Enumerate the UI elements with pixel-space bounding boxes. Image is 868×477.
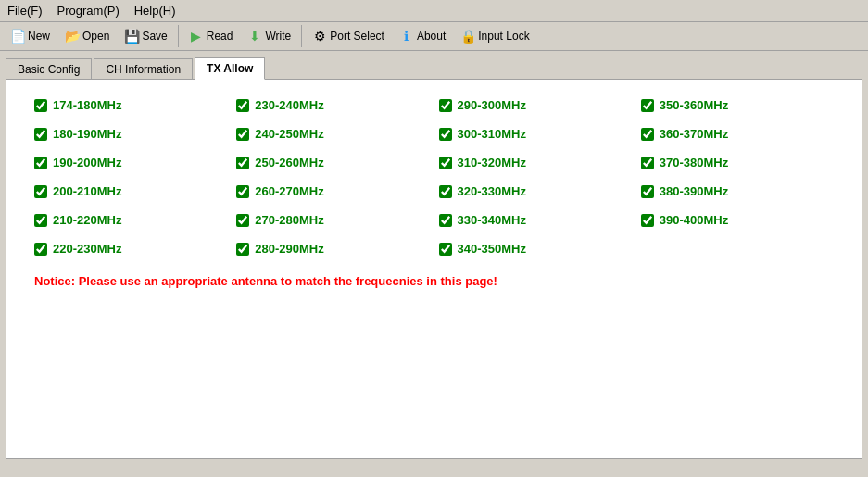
- tab-ch-information[interactable]: CH Information: [94, 58, 193, 80]
- freq-checkbox-item[interactable]: 180-190MHz: [34, 127, 227, 141]
- freq-checkbox-item[interactable]: 230-240MHz: [236, 98, 429, 112]
- freq-checkbox-item[interactable]: 210-220MHz: [34, 213, 227, 227]
- freq-checkbox[interactable]: [236, 185, 249, 198]
- freq-checkbox[interactable]: [439, 157, 452, 169]
- input-lock-button[interactable]: 🔒 Input Lock: [454, 25, 535, 47]
- menu-file[interactable]: File(F): [0, 2, 50, 19]
- save-icon: 💾: [124, 29, 139, 44]
- freq-checkbox-item[interactable]: 320-330MHz: [439, 184, 632, 198]
- freq-checkbox-item[interactable]: 350-360MHz: [641, 98, 834, 112]
- freq-checkbox-item[interactable]: 330-340MHz: [439, 213, 632, 227]
- freq-label: 210-220MHz: [53, 213, 121, 227]
- freq-label: 360-370MHz: [660, 127, 728, 141]
- freq-checkbox-item[interactable]: 310-320MHz: [439, 156, 632, 169]
- freq-checkbox[interactable]: [641, 214, 654, 227]
- write-button[interactable]: ⬇ Write: [241, 25, 297, 47]
- freq-checkbox[interactable]: [439, 214, 452, 227]
- freq-label: 310-320MHz: [458, 156, 526, 169]
- freq-checkbox[interactable]: [236, 99, 249, 112]
- new-button[interactable]: 📄 New: [4, 25, 57, 47]
- tab-basic-config[interactable]: Basic Config: [6, 58, 92, 80]
- read-icon: ▶: [189, 29, 204, 44]
- freq-checkbox-item[interactable]: 360-370MHz: [641, 127, 834, 141]
- freq-checkbox-item[interactable]: 200-210MHz: [34, 184, 227, 198]
- port-select-icon: ⚙: [312, 29, 327, 44]
- save-button[interactable]: 💾 Save: [118, 25, 173, 47]
- main-content: Basic Config CH Information TX Allow 174…: [0, 51, 868, 469]
- freq-checkbox-item[interactable]: 270-280MHz: [236, 213, 429, 227]
- about-label: About: [417, 30, 446, 43]
- freq-checkbox[interactable]: [34, 99, 47, 112]
- freq-checkbox-item[interactable]: 370-380MHz: [641, 156, 834, 169]
- freq-label: 200-210MHz: [53, 184, 121, 198]
- freq-checkbox-item[interactable]: 250-260MHz: [236, 156, 429, 169]
- freq-checkbox-item[interactable]: 174-180MHz: [34, 98, 227, 112]
- freq-label: 300-310MHz: [458, 127, 526, 141]
- frequency-grid: 174-180MHz230-240MHz290-300MHz350-360MHz…: [34, 98, 834, 256]
- freq-label: 340-350MHz: [458, 242, 526, 256]
- freq-checkbox[interactable]: [641, 128, 654, 141]
- freq-checkbox[interactable]: [439, 128, 452, 141]
- freq-checkbox-item[interactable]: 340-350MHz: [439, 242, 632, 256]
- freq-checkbox[interactable]: [236, 243, 249, 256]
- freq-checkbox-item[interactable]: 290-300MHz: [439, 98, 632, 112]
- freq-label: 270-280MHz: [255, 213, 323, 227]
- menu-bar: File(F) Program(P) Help(H): [0, 0, 868, 22]
- freq-checkbox[interactable]: [439, 99, 452, 112]
- freq-label: 280-290MHz: [255, 242, 323, 256]
- freq-checkbox-item[interactable]: 280-290MHz: [236, 242, 429, 256]
- new-label: New: [28, 30, 50, 43]
- freq-label: 180-190MHz: [53, 127, 121, 141]
- freq-label: 230-240MHz: [255, 98, 323, 112]
- freq-checkbox[interactable]: [34, 185, 47, 198]
- toolbar-sep-1: [178, 25, 179, 47]
- tab-tx-allow[interactable]: TX Allow: [195, 57, 265, 80]
- save-label: Save: [142, 30, 167, 43]
- new-icon: 📄: [10, 29, 25, 44]
- write-label: Write: [265, 30, 291, 43]
- freq-label: 250-260MHz: [255, 156, 323, 169]
- open-button[interactable]: 📂 Open: [58, 25, 116, 47]
- port-select-button[interactable]: ⚙ Port Select: [306, 25, 391, 47]
- freq-checkbox[interactable]: [34, 157, 47, 169]
- toolbar-sep-2: [301, 25, 302, 47]
- freq-checkbox-item[interactable]: 190-200MHz: [34, 156, 227, 169]
- freq-checkbox[interactable]: [641, 99, 654, 112]
- open-label: Open: [82, 30, 109, 43]
- read-button[interactable]: ▶ Read: [182, 25, 240, 47]
- freq-checkbox-item[interactable]: 240-250MHz: [236, 127, 429, 141]
- port-select-label: Port Select: [330, 30, 384, 43]
- freq-label: 330-340MHz: [458, 213, 526, 227]
- freq-checkbox[interactable]: [236, 128, 249, 141]
- write-icon: ⬇: [247, 29, 262, 44]
- freq-checkbox[interactable]: [641, 157, 654, 169]
- freq-checkbox[interactable]: [34, 243, 47, 256]
- input-lock-label: Input Lock: [478, 30, 529, 43]
- freq-label: 370-380MHz: [660, 156, 728, 169]
- freq-checkbox[interactable]: [439, 185, 452, 198]
- freq-checkbox[interactable]: [236, 157, 249, 169]
- freq-checkbox[interactable]: [236, 214, 249, 227]
- tab-bar: Basic Config CH Information TX Allow: [6, 56, 862, 79]
- menu-program[interactable]: Program(P): [50, 2, 127, 19]
- freq-label: 260-270MHz: [255, 184, 323, 198]
- freq-checkbox-item[interactable]: 300-310MHz: [439, 127, 632, 141]
- open-icon: 📂: [65, 29, 80, 44]
- freq-checkbox-item[interactable]: 260-270MHz: [236, 184, 429, 198]
- read-label: Read: [207, 30, 233, 43]
- freq-checkbox[interactable]: [439, 243, 452, 256]
- menu-help[interactable]: Help(H): [127, 2, 183, 19]
- toolbar: 📄 New 📂 Open 💾 Save ▶ Read ⬇ Write ⚙ Por…: [0, 22, 868, 51]
- about-button[interactable]: ℹ About: [393, 25, 452, 47]
- freq-checkbox[interactable]: [641, 185, 654, 198]
- freq-checkbox-item[interactable]: 220-230MHz: [34, 242, 227, 256]
- freq-checkbox[interactable]: [34, 214, 47, 227]
- freq-checkbox-item[interactable]: 390-400MHz: [641, 213, 834, 227]
- freq-checkbox[interactable]: [34, 128, 47, 141]
- freq-label: 290-300MHz: [458, 98, 526, 112]
- freq-label: 240-250MHz: [255, 127, 323, 141]
- freq-checkbox-item[interactable]: 380-390MHz: [641, 184, 834, 198]
- freq-label: 320-330MHz: [458, 184, 526, 198]
- tab-panel-tx-allow: 174-180MHz230-240MHz290-300MHz350-360MHz…: [6, 79, 862, 459]
- freq-label: 190-200MHz: [53, 156, 121, 169]
